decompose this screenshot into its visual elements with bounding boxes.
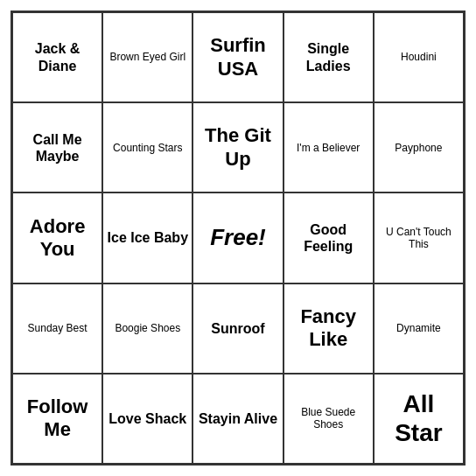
bingo-cell-4[interactable]: Houdini (374, 12, 464, 102)
bingo-cell-2[interactable]: Surfin USA (192, 12, 283, 102)
bingo-cell-22[interactable]: Stayin Alive (192, 374, 283, 464)
bingo-cell-3[interactable]: Single Ladies (284, 12, 374, 102)
bingo-cell-12[interactable]: Free! (192, 192, 283, 283)
bingo-cell-23[interactable]: Blue Suede Shoes (284, 374, 374, 464)
bingo-cell-1[interactable]: Brown Eyed Girl (102, 12, 192, 102)
bingo-cell-17[interactable]: Sunroof (192, 284, 283, 374)
bingo-cell-18[interactable]: Fancy Like (284, 284, 374, 374)
bingo-cell-0[interactable]: Jack & Diane (12, 12, 102, 102)
bingo-cell-20[interactable]: Follow Me (12, 374, 102, 464)
bingo-cell-11[interactable]: Ice Ice Baby (102, 192, 192, 283)
bingo-cell-8[interactable]: I'm a Believer (284, 102, 374, 192)
bingo-card: Jack & DianeBrown Eyed GirlSurfin USASin… (10, 10, 466, 466)
bingo-cell-16[interactable]: Boogie Shoes (102, 284, 192, 374)
bingo-cell-14[interactable]: U Can't Touch This (374, 192, 464, 283)
bingo-cell-7[interactable]: The Git Up (192, 102, 283, 192)
bingo-cell-5[interactable]: Call Me Maybe (12, 102, 102, 192)
bingo-cell-24[interactable]: All Star (374, 374, 464, 464)
bingo-cell-9[interactable]: Payphone (374, 102, 464, 192)
bingo-cell-6[interactable]: Counting Stars (102, 102, 192, 192)
bingo-cell-19[interactable]: Dynamite (374, 284, 464, 374)
bingo-cell-13[interactable]: Good Feeling (284, 192, 374, 283)
bingo-cell-15[interactable]: Sunday Best (12, 284, 102, 374)
bingo-cell-21[interactable]: Love Shack (102, 374, 192, 464)
bingo-cell-10[interactable]: Adore You (12, 192, 102, 283)
